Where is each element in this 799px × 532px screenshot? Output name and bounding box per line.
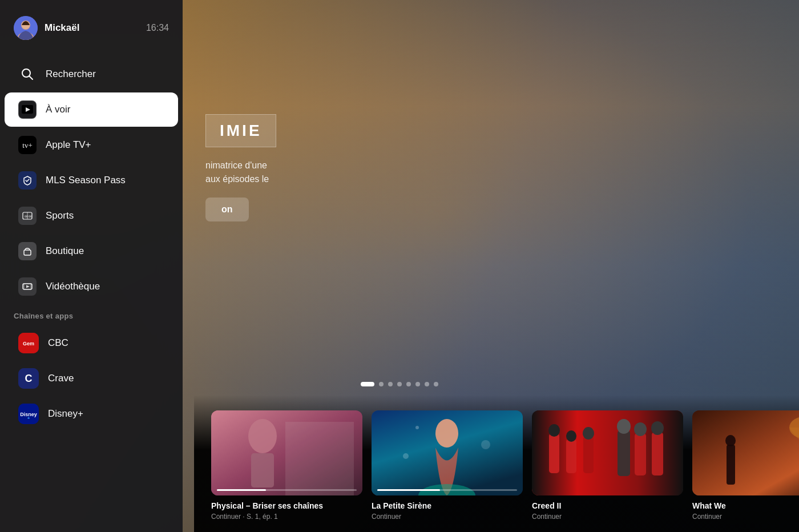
shelf-card-what[interactable]: What We Continuer bbox=[692, 410, 799, 521]
sidebar-label-video: Vidéothèque bbox=[46, 281, 100, 292]
sidebar-item-appletv[interactable]: tv+ Apple TV+ bbox=[5, 128, 178, 162]
sidebar-label-disney: Disney+ bbox=[48, 408, 83, 420]
sidebar-label-watch: À voir bbox=[46, 104, 70, 115]
shelf-card-mermaid[interactable]: La Petite Sirène Continuer bbox=[372, 410, 523, 521]
dot-1[interactable] bbox=[379, 382, 384, 386]
sidebar-item-disney[interactable]: Disney + Disney+ bbox=[5, 397, 178, 431]
svg-rect-51 bbox=[30, 284, 32, 289]
svg-line-33 bbox=[30, 76, 33, 80]
sidebar-label-boutique: Boutique bbox=[46, 245, 84, 257]
hero-content: IMIE nimatrice d'une aux épisodes le on bbox=[205, 114, 276, 221]
svg-text:C: C bbox=[25, 373, 33, 384]
svg-point-8 bbox=[481, 440, 490, 449]
sidebar-item-video[interactable]: Vidéothèque bbox=[5, 269, 178, 304]
watch-icon bbox=[18, 100, 37, 119]
sports-icon: 00 00 bbox=[18, 207, 37, 225]
boutique-icon bbox=[18, 242, 37, 260]
mls-icon bbox=[18, 171, 37, 190]
hero-cta-button[interactable]: on bbox=[205, 198, 249, 221]
sidebar-label-search: Rechercher bbox=[46, 68, 96, 80]
sidebar-item-sports[interactable]: 00 00 Sports bbox=[5, 199, 178, 233]
svg-text:00: 00 bbox=[25, 215, 28, 218]
card-thumb-what bbox=[692, 410, 799, 495]
svg-rect-17 bbox=[618, 430, 630, 476]
user-info: Mickaël bbox=[14, 16, 79, 40]
disney-icon: Disney + bbox=[18, 404, 39, 424]
card-subtitle-mermaid: Continuer bbox=[372, 513, 523, 521]
sidebar-label-cbc: CBC bbox=[48, 337, 68, 349]
sidebar-item-boutique[interactable]: Boutique bbox=[5, 234, 178, 268]
video-icon bbox=[18, 277, 37, 296]
dot-5[interactable] bbox=[415, 382, 420, 386]
svg-rect-23 bbox=[692, 410, 799, 495]
progress-fill-mermaid bbox=[377, 489, 440, 491]
crave-icon: C bbox=[18, 368, 39, 389]
sidebar-label-sports: Sports bbox=[46, 210, 74, 221]
shelf-card-physical[interactable]: Physical – Briser ses chaînes Continuer … bbox=[211, 410, 362, 521]
dot-4[interactable] bbox=[406, 382, 411, 386]
svg-point-22 bbox=[651, 421, 664, 435]
dot-7[interactable] bbox=[434, 382, 438, 386]
user-name: Mickaël bbox=[45, 22, 79, 34]
cbc-icon: Gem bbox=[18, 333, 39, 353]
shelf-card-creed[interactable]: Creed II Continuer bbox=[532, 410, 683, 521]
svg-rect-11 bbox=[549, 433, 559, 473]
progress-bar-mermaid bbox=[377, 489, 517, 491]
content-shelf: Physical – Briser ses chaînes Continuer … bbox=[194, 395, 799, 532]
card-thumb-physical bbox=[211, 410, 362, 495]
time-display: 16:34 bbox=[146, 23, 169, 33]
card-subtitle-creed: Continuer bbox=[532, 513, 683, 521]
hero-description: nimatrice d'une aux épisodes le bbox=[205, 159, 276, 186]
svg-point-1 bbox=[248, 419, 277, 453]
card-subtitle-what: Continuer bbox=[692, 513, 799, 521]
sidebar: Mickaël 16:34 Rechercher bbox=[0, 0, 183, 532]
sidebar-item-search[interactable]: Rechercher bbox=[5, 57, 178, 91]
sidebar-label-crave: Crave bbox=[48, 373, 74, 384]
card-subtitle-physical: Continuer · S. 1, ép. 1 bbox=[211, 513, 362, 521]
sidebar-item-cbc[interactable]: Gem CBC bbox=[5, 326, 178, 360]
sidebar-item-watch[interactable]: À voir bbox=[5, 92, 178, 127]
svg-point-9 bbox=[415, 426, 419, 429]
progress-bar-physical bbox=[217, 489, 357, 491]
dot-2[interactable] bbox=[388, 382, 393, 386]
pagination-dots bbox=[361, 382, 438, 386]
svg-rect-50 bbox=[23, 284, 25, 289]
svg-point-27 bbox=[725, 435, 736, 446]
sidebar-item-crave[interactable]: C Crave bbox=[5, 361, 178, 396]
svg-point-16 bbox=[583, 427, 594, 440]
dot-6[interactable] bbox=[425, 382, 429, 386]
card-thumb-creed bbox=[532, 410, 683, 495]
hero-badge-text: IMIE bbox=[220, 122, 262, 139]
svg-text:00: 00 bbox=[29, 215, 32, 218]
card-title-creed: Creed II bbox=[532, 501, 683, 510]
progress-fill-physical bbox=[217, 489, 266, 491]
nav-section: Rechercher À voir tv+ bbox=[0, 51, 183, 532]
svg-point-20 bbox=[634, 422, 647, 436]
card-title-mermaid: La Petite Sirène bbox=[372, 501, 523, 510]
svg-text:+: + bbox=[27, 416, 30, 421]
svg-rect-13 bbox=[566, 439, 576, 473]
channels-section-header: Chaînes et apps bbox=[0, 305, 183, 325]
svg-rect-26 bbox=[727, 445, 735, 485]
sidebar-label-appletv: Apple TV+ bbox=[46, 139, 91, 151]
svg-point-5 bbox=[435, 419, 458, 448]
sidebar-label-mls: MLS Season Pass bbox=[46, 175, 126, 186]
svg-point-7 bbox=[403, 453, 409, 459]
svg-text:Gem: Gem bbox=[23, 341, 34, 346]
avatar[interactable] bbox=[14, 16, 38, 40]
card-title-physical: Physical – Briser ses chaînes bbox=[211, 501, 362, 510]
svg-point-12 bbox=[548, 424, 560, 437]
card-thumb-mermaid bbox=[372, 410, 523, 495]
dot-0[interactable] bbox=[361, 382, 374, 386]
svg-rect-15 bbox=[583, 436, 594, 473]
svg-point-14 bbox=[566, 430, 576, 442]
card-title-what: What We bbox=[692, 501, 799, 510]
svg-rect-46 bbox=[21, 245, 34, 257]
dot-3[interactable] bbox=[397, 382, 402, 386]
svg-text:tv+: tv+ bbox=[22, 141, 32, 150]
sidebar-item-mls[interactable]: MLS Season Pass bbox=[5, 163, 178, 198]
appletv-icon: tv+ bbox=[18, 136, 37, 154]
hero-title-badge: IMIE bbox=[205, 114, 276, 147]
shelf-cards-row: Physical – Briser ses chaînes Continuer … bbox=[211, 410, 782, 521]
user-header: Mickaël 16:34 bbox=[0, 0, 183, 51]
